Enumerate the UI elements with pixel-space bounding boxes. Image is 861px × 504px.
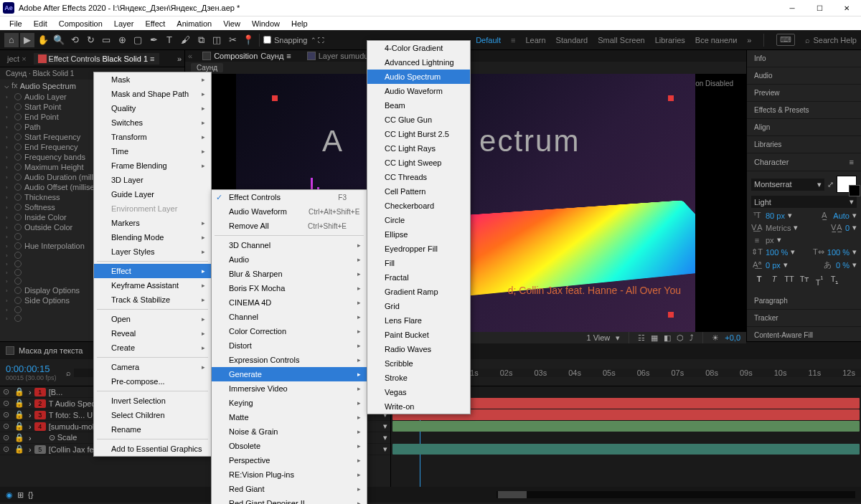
orbit-tool-icon[interactable]: ⟲ — [67, 33, 82, 47]
subscript-button[interactable]: T₁ — [828, 275, 841, 287]
menu-item[interactable]: Time — [94, 144, 211, 158]
rotate-tool-icon[interactable]: ↻ — [83, 33, 98, 47]
menu-item[interactable]: Radio Waves — [367, 342, 470, 356]
camera-tool-icon[interactable]: ▭ — [99, 33, 113, 47]
menu-item[interactable]: Cell Pattern — [367, 184, 470, 199]
baseline-input[interactable]: 0 px — [766, 261, 781, 270]
eyedropper-icon[interactable]: ⤢ — [827, 180, 834, 189]
menu-item[interactable]: Fill — [367, 256, 470, 270]
menu-item[interactable]: Keyframe Assistant — [94, 278, 211, 293]
menu-item[interactable]: Pre-compose... — [94, 374, 211, 389]
tab-composition[interactable]: Composition Саунд ≡ — [197, 50, 297, 62]
menu-item[interactable]: Reveal — [94, 326, 211, 341]
panel-libraries[interactable]: Libraries — [747, 136, 861, 153]
text-color-swatch[interactable] — [837, 176, 857, 193]
workspace-small[interactable]: Small Screen — [598, 36, 644, 44]
selection-handle[interactable] — [668, 312, 674, 318]
panel-preview[interactable]: Preview — [747, 85, 861, 102]
close-button[interactable]: ✕ — [835, 4, 858, 12]
menu-item[interactable]: Fractal — [367, 270, 470, 285]
menu-composition[interactable]: Composition — [54, 18, 108, 29]
menu-item[interactable]: 3D Layer — [94, 173, 211, 187]
tl-footer-icon[interactable]: {} — [28, 490, 33, 499]
menu-file[interactable]: File — [4, 18, 27, 29]
panel-effects-presets[interactable]: Effects & Presets — [747, 102, 861, 119]
menu-item[interactable]: Paint Bucket — [367, 328, 470, 342]
menu-item[interactable]: Markers — [94, 216, 211, 230]
menu-item[interactable]: Frame Blending — [94, 158, 211, 173]
font-size-input[interactable]: 80 px — [766, 211, 785, 220]
clone-tool-icon[interactable]: ⧉ — [194, 33, 208, 47]
panel-tracker[interactable]: Tracker — [747, 310, 861, 327]
menu-item[interactable]: Grid — [367, 299, 470, 313]
menu-item[interactable]: Open — [94, 312, 211, 326]
maximize-button[interactable]: ☐ — [808, 4, 831, 12]
panel-character[interactable]: Character≡ — [747, 153, 861, 171]
menu-edit[interactable]: Edit — [29, 18, 52, 29]
shape-tool-icon[interactable]: ▢ — [131, 33, 145, 47]
panel-paragraph[interactable]: Paragraph — [747, 293, 861, 310]
tl-footer-icon[interactable]: ⊞ — [17, 490, 24, 500]
leading-input[interactable]: Auto — [833, 211, 850, 220]
menu-item[interactable]: Gradient Ramp — [367, 285, 470, 299]
menu-item[interactable]: Red Giant — [212, 482, 367, 496]
menu-item[interactable]: Stroke — [367, 371, 470, 385]
workspace-standard[interactable]: Standard — [556, 36, 588, 44]
italic-button[interactable]: T — [768, 275, 781, 287]
hscale-input[interactable]: 100 % — [827, 248, 850, 257]
menu-item[interactable]: Lens Flare — [367, 313, 470, 328]
font-weight-dropdown[interactable]: Light▾ — [751, 196, 857, 208]
menu-item[interactable]: Noise & Grain — [212, 424, 367, 439]
timeline-search-icon[interactable]: ⌕ — [66, 369, 71, 377]
menu-item[interactable]: Keying — [212, 396, 367, 410]
menu-item[interactable]: Add to Essential Graphics — [94, 442, 211, 456]
menu-animation[interactable]: Animation — [171, 18, 217, 29]
menu-item[interactable]: Create — [94, 341, 211, 355]
menu-item[interactable]: Red Giant Denoiser II — [212, 496, 367, 504]
workspace-all[interactable]: Все панели — [695, 36, 737, 44]
viewer-transparency-icon[interactable]: ▦ — [651, 333, 658, 343]
viewer-exposure-icon[interactable]: ☀ — [712, 333, 719, 343]
menu-item[interactable]: Audio Waveform — [367, 84, 470, 98]
menu-item[interactable]: CC Glue Gun — [367, 113, 470, 127]
workspace-libraries[interactable]: Libraries — [655, 36, 685, 44]
menu-help[interactable]: Help — [286, 18, 313, 29]
timeline-scrollbar[interactable] — [497, 491, 855, 498]
kerning-input[interactable]: Metrics — [766, 224, 791, 232]
menu-item[interactable]: CC Light Sweep — [367, 156, 470, 170]
menu-item[interactable]: Distort — [212, 338, 367, 353]
viewer-mask-icon[interactable]: ◧ — [664, 333, 671, 343]
menu-item[interactable]: Mask and Shape Path — [94, 87, 211, 101]
tab-project[interactable]: ject× — [3, 53, 31, 65]
menu-item[interactable]: Audio Spectrum — [367, 70, 470, 84]
menu-item[interactable]: Select Children — [94, 408, 211, 422]
menu-item[interactable]: Eyedropper Fill — [367, 242, 470, 256]
menu-item[interactable]: Circle — [367, 213, 470, 227]
menu-item[interactable]: Generate — [212, 367, 367, 381]
time-ruler[interactable]: :00s01s02s03s04s05s06s07s08s09s10s11s12s — [423, 369, 861, 377]
bold-button[interactable]: T — [753, 275, 766, 287]
menu-item[interactable]: Checkerboard — [367, 199, 470, 213]
effect-name[interactable]: Audio Spectrum — [20, 82, 76, 90]
roto-tool-icon[interactable]: ✂ — [225, 33, 240, 47]
menu-view[interactable]: View — [218, 18, 245, 29]
menu-item[interactable]: Audio — [212, 252, 367, 267]
menu-item[interactable]: Obsolete — [212, 439, 367, 453]
menu-item[interactable]: 3D Channel — [212, 238, 367, 252]
panel-more-icon[interactable]: » — [177, 54, 182, 63]
selection-handle[interactable] — [272, 95, 278, 101]
workspace-more-icon[interactable]: » — [747, 36, 751, 44]
menu-item[interactable]: Blending Mode — [94, 230, 211, 244]
menu-window[interactable]: Window — [247, 18, 285, 29]
menu-item[interactable]: Guide Layer — [94, 187, 211, 201]
menu-effect[interactable]: Effect — [140, 18, 170, 29]
menu-item[interactable]: 4-Color Gradient — [367, 41, 470, 55]
puppet-tool-icon[interactable]: 📍 — [241, 33, 255, 47]
workspace-default[interactable]: Default — [476, 36, 501, 44]
superscript-button[interactable]: T¹ — [813, 275, 826, 287]
zoom-tool-icon[interactable]: 🔍 — [52, 33, 66, 47]
menu-item[interactable]: Write-on — [367, 399, 470, 414]
menu-item[interactable]: Mask — [94, 72, 211, 87]
panel-info[interactable]: Info — [747, 50, 861, 67]
viewer-btn-icon[interactable]: ☷ — [638, 333, 645, 343]
